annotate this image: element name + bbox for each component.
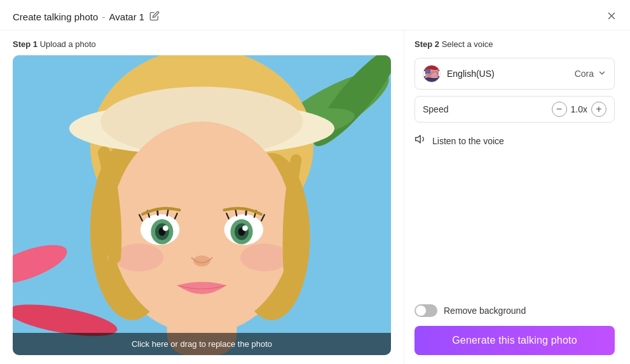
speed-label: Speed xyxy=(423,104,552,114)
svg-point-22 xyxy=(163,226,168,231)
speed-control: Speed − 1.0x + xyxy=(414,96,615,123)
voice-language: English(US) xyxy=(447,69,575,79)
dialog-header: Create talking photo - Avatar 1 xyxy=(0,0,630,30)
speed-value: 1.0x xyxy=(571,104,587,114)
remove-bg-toggle[interactable] xyxy=(414,304,437,317)
flag-icon: 🇺🇸 xyxy=(423,65,441,83)
remove-background-row: Remove background xyxy=(414,304,615,317)
close-icon[interactable] xyxy=(606,10,617,24)
voice-selector[interactable]: 🇺🇸 English(US) Cora xyxy=(414,58,615,90)
right-panel: Step 2 Select a voice 🇺🇸 English(US) Cor… xyxy=(404,30,630,364)
step1-label: Step 1 Upload a photo xyxy=(13,39,391,49)
avatar-face-svg xyxy=(13,55,391,355)
header-separator: - xyxy=(102,11,105,23)
svg-point-15 xyxy=(111,121,292,330)
header-avatar-name: Avatar 1 xyxy=(109,11,145,22)
remove-bg-label: Remove background xyxy=(444,306,526,316)
toggle-knob xyxy=(416,306,426,316)
edit-icon[interactable] xyxy=(149,11,160,23)
speed-decrease-button[interactable]: − xyxy=(552,102,567,117)
voice-name: Cora xyxy=(575,69,594,79)
photo-upload-area[interactable]: Click here or drag to replace the photo xyxy=(13,55,391,355)
listen-to-voice-button[interactable]: Listen to the voice xyxy=(414,133,615,149)
svg-marker-40 xyxy=(416,135,421,143)
bottom-section: Remove background Generate this talking … xyxy=(414,304,615,355)
photo-overlay-text[interactable]: Click here or drag to replace the photo xyxy=(13,333,391,355)
chevron-down-icon xyxy=(598,69,606,79)
content-area: Step 1 Upload a photo xyxy=(0,30,630,364)
dialog-title: Create talking photo xyxy=(13,11,98,22)
svg-point-16 xyxy=(114,243,163,271)
svg-point-17 xyxy=(240,243,289,271)
listen-label: Listen to the voice xyxy=(432,136,504,146)
audio-icon xyxy=(414,133,427,149)
step2-label: Step 2 Select a voice xyxy=(414,39,615,49)
dialog: Create talking photo - Avatar 1 Step 1 U… xyxy=(0,0,630,364)
speed-increase-button[interactable]: + xyxy=(591,102,606,117)
svg-point-32 xyxy=(242,226,248,231)
generate-button[interactable]: Generate this talking photo xyxy=(414,326,615,355)
left-panel: Step 1 Upload a photo xyxy=(0,30,404,364)
